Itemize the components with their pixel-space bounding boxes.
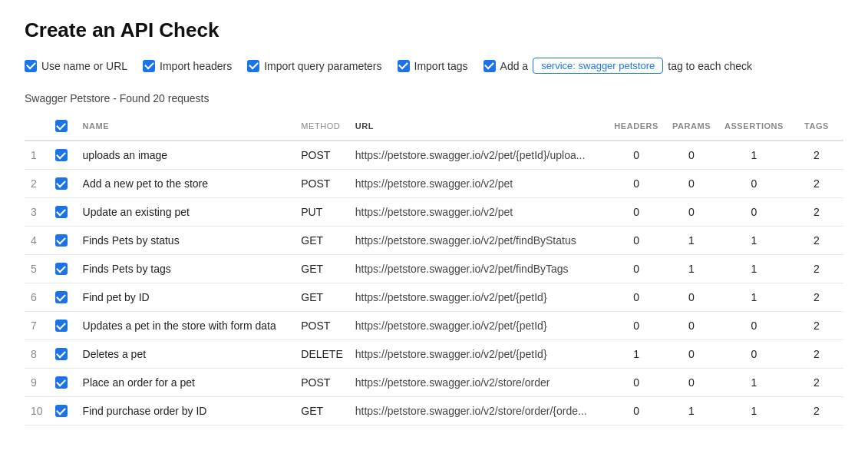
row-params-count: 1 <box>665 255 718 283</box>
row-url: https://petstore.swagger.io/v2/store/ord… <box>349 369 609 397</box>
row-name: Find purchase order by ID <box>77 397 295 426</box>
row-name: Finds Pets by status <box>77 227 295 255</box>
row-checkbox-cell[interactable] <box>49 255 77 283</box>
row-checkbox[interactable] <box>55 376 68 389</box>
row-method: GET <box>295 255 348 283</box>
row-checkbox[interactable] <box>55 177 68 190</box>
row-headers-count: 1 <box>608 340 665 369</box>
checkbox-import-headers[interactable] <box>143 60 155 72</box>
row-name: Finds Pets by tags <box>77 255 295 283</box>
col-method-header: METHOD <box>295 112 348 141</box>
row-checkbox-cell[interactable] <box>49 312 77 340</box>
page-title: Create an API Check <box>25 18 843 42</box>
row-checkbox-cell[interactable] <box>49 141 77 170</box>
row-params-count: 0 <box>665 340 718 369</box>
row-params-count: 0 <box>665 141 718 170</box>
row-assertions-count: 1 <box>718 141 790 170</box>
option-import-tags-label: Import tags <box>414 60 468 72</box>
checkbox-use-name-or-url[interactable] <box>25 60 37 72</box>
row-headers-count: 0 <box>608 397 665 426</box>
row-checkbox[interactable] <box>55 149 68 161</box>
row-tags-count: 2 <box>790 198 843 227</box>
row-tags-count: 2 <box>790 227 843 255</box>
row-checkbox-cell[interactable] <box>49 340 77 369</box>
row-params-count: 0 <box>665 283 718 312</box>
row-name: Update an existing pet <box>77 198 295 227</box>
row-tags-count: 2 <box>790 283 843 312</box>
row-url: https://petstore.swagger.io/v2/pet/findB… <box>349 255 609 283</box>
row-number: 9 <box>25 369 49 397</box>
row-checkbox-cell[interactable] <box>49 198 77 227</box>
row-checkbox-cell[interactable] <box>49 283 77 312</box>
section-title: Swagger Petstore - Found 20 requests <box>25 92 843 104</box>
row-checkbox[interactable] <box>55 234 68 247</box>
col-check-header[interactable] <box>49 112 77 141</box>
col-num-header <box>25 112 49 141</box>
row-params-count: 0 <box>665 198 718 227</box>
row-headers-count: 0 <box>608 312 665 340</box>
row-checkbox[interactable] <box>55 320 68 332</box>
row-name: Add a new pet to the store <box>77 170 295 198</box>
row-assertions-count: 1 <box>718 397 790 426</box>
row-method: POST <box>295 369 348 397</box>
checkbox-add-tag[interactable] <box>484 60 496 72</box>
row-url: https://petstore.swagger.io/v2/store/ord… <box>349 397 609 426</box>
option-use-name-or-url-label: Use name or URL <box>41 60 127 72</box>
row-name: Updates a pet in the store with form dat… <box>77 312 295 340</box>
row-assertions-count: 0 <box>718 170 790 198</box>
row-assertions-count: 1 <box>718 227 790 255</box>
row-params-count: 1 <box>665 227 718 255</box>
option-import-query-parameters[interactable]: Import query parameters <box>247 60 381 72</box>
row-method: POST <box>295 141 348 170</box>
row-number: 1 <box>25 141 49 170</box>
row-url: https://petstore.swagger.io/v2/pet/findB… <box>349 227 609 255</box>
row-params-count: 1 <box>665 397 718 426</box>
option-use-name-or-url[interactable]: Use name or URL <box>25 60 127 72</box>
row-method: GET <box>295 283 348 312</box>
col-url-header: URL <box>349 112 609 141</box>
table-row: 1uploads an imagePOSThttps://petstore.sw… <box>25 141 843 170</box>
options-bar: Use name or URL Import headers Import qu… <box>25 58 843 74</box>
checkbox-import-tags[interactable] <box>398 60 410 72</box>
table-row: 7Updates a pet in the store with form da… <box>25 312 843 340</box>
row-name: uploads an image <box>77 141 295 170</box>
option-import-headers-label: Import headers <box>160 60 232 72</box>
row-url: https://petstore.swagger.io/v2/pet <box>349 170 609 198</box>
row-method: GET <box>295 227 348 255</box>
row-checkbox[interactable] <box>55 348 68 360</box>
row-checkbox-cell[interactable] <box>49 227 77 255</box>
row-headers-count: 0 <box>608 198 665 227</box>
row-tags-count: 2 <box>790 255 843 283</box>
row-checkbox-cell[interactable] <box>49 170 77 198</box>
row-method: DELETE <box>295 340 348 369</box>
row-url: https://petstore.swagger.io/v2/pet/{petI… <box>349 283 609 312</box>
select-all-checkbox[interactable] <box>55 120 68 132</box>
table-row: 4Finds Pets by statusGEThttps://petstore… <box>25 227 843 255</box>
table-row: 2Add a new pet to the storePOSThttps://p… <box>25 170 843 198</box>
table-row: 5Finds Pets by tagsGEThttps://petstore.s… <box>25 255 843 283</box>
row-assertions-count: 1 <box>718 369 790 397</box>
row-tags-count: 2 <box>790 397 843 426</box>
row-url: https://petstore.swagger.io/v2/pet/{petI… <box>349 141 609 170</box>
row-number: 4 <box>25 227 49 255</box>
table-row: 6Find pet by IDGEThttps://petstore.swagg… <box>25 283 843 312</box>
add-a-label: Add a <box>500 60 529 72</box>
row-checkbox[interactable] <box>55 206 68 218</box>
row-checkbox-cell[interactable] <box>49 397 77 426</box>
row-checkbox[interactable] <box>55 405 68 417</box>
checkbox-import-query-parameters[interactable] <box>247 60 259 72</box>
table-header-row: NAME METHOD URL HEADERS PARAMS ASSERTION… <box>25 112 843 141</box>
option-import-headers[interactable]: Import headers <box>143 60 232 72</box>
table-row: 3Update an existing petPUThttps://petsto… <box>25 198 843 227</box>
row-name: Deletes a pet <box>77 340 295 369</box>
row-tags-count: 2 <box>790 170 843 198</box>
row-method: PUT <box>295 198 348 227</box>
row-headers-count: 0 <box>608 255 665 283</box>
row-checkbox-cell[interactable] <box>49 369 77 397</box>
row-checkbox[interactable] <box>55 291 68 303</box>
row-checkbox[interactable] <box>55 263 68 275</box>
table-row: 8Deletes a petDELETEhttps://petstore.swa… <box>25 340 843 369</box>
table-body: 1uploads an imagePOSThttps://petstore.sw… <box>25 141 843 426</box>
option-import-tags[interactable]: Import tags <box>398 60 468 72</box>
row-params-count: 0 <box>665 312 718 340</box>
